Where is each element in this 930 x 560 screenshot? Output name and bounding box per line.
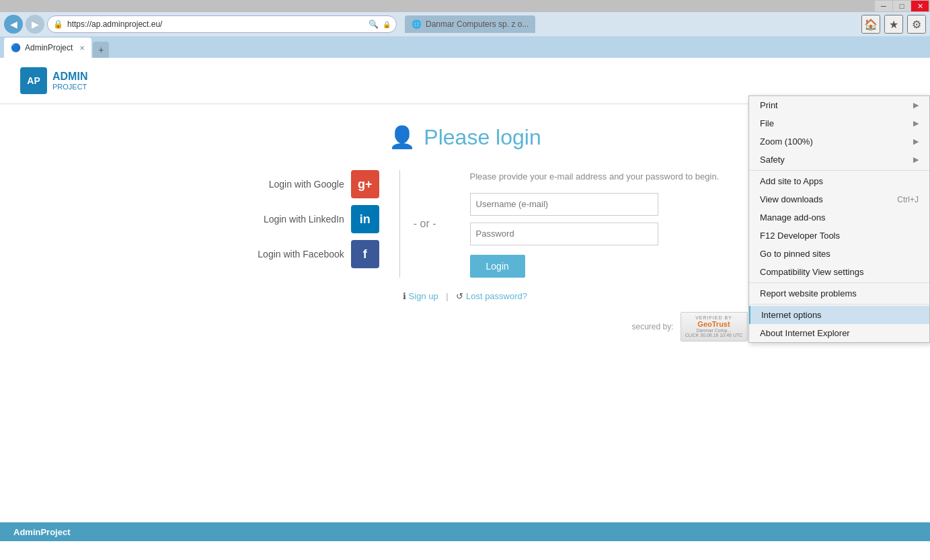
menu-item-label: About Internet Explorer: [760, 328, 850, 338]
menu-item-label: Zoom (100%): [760, 136, 813, 147]
google-label: Login with Google: [269, 179, 344, 190]
menu-item-compatibility-view-settings[interactable]: Compatibility View settings: [749, 263, 929, 281]
link-separator: |: [446, 291, 448, 301]
menu-item-zoom-(100%)[interactable]: Zoom (100%)▶: [749, 132, 929, 151]
menu-item-about-internet-explorer[interactable]: About Internet Explorer: [749, 324, 929, 342]
linkedin-row: Login with LinkedIn in: [264, 205, 379, 233]
menu-item-manage-add-ons[interactable]: Manage add-ons: [749, 208, 929, 227]
address-secure-icon: 🔒: [53, 19, 63, 29]
menu-item-add-site-to-apps[interactable]: Add site to Apps: [749, 172, 929, 190]
login-title: 👤 Please login: [163, 124, 768, 150]
menu-item-go-to-pinned-sites[interactable]: Go to pinned sites: [749, 245, 929, 263]
login-button[interactable]: Login: [470, 255, 525, 278]
menu-item-shortcut: Ctrl+J: [897, 195, 919, 204]
home-button[interactable]: 🏠: [861, 15, 880, 34]
menu-item-f12-developer-tools[interactable]: F12 Developer Tools: [749, 227, 929, 245]
linkedin-label: Login with LinkedIn: [264, 214, 344, 225]
menu-item-print[interactable]: Print▶: [749, 96, 929, 114]
geotrust-date: CLICK 30.06.16 10:46 UTC: [685, 333, 743, 337]
back-button[interactable]: ◀: [4, 15, 23, 34]
settings-button[interactable]: ⚙: [907, 15, 926, 34]
restore-button[interactable]: □: [893, 1, 910, 11]
context-menu: Print▶File▶Zoom (100%)▶Safety▶Add site t…: [748, 95, 930, 343]
geotrust-brand: GeoTrust: [697, 320, 730, 328]
browser-titlebar: ─ □ ✕: [0, 0, 930, 12]
logo-text-admin: ADMIN: [52, 71, 87, 83]
user-icon-title: 👤: [389, 124, 416, 150]
footer-text: AdminProject: [13, 527, 71, 537]
geotrust-sub: Danmar Comp...: [697, 328, 731, 333]
tab-label-1: Danmar Computers sp. z o...: [426, 19, 529, 29]
menu-item-label: Print: [760, 100, 778, 110]
favorites-button[interactable]: ★: [884, 15, 903, 34]
lost-password-icon: ↺: [456, 291, 463, 301]
menu-item-arrow: ▶: [913, 101, 919, 110]
geotrust-verified: VERIFIED BY: [695, 315, 732, 320]
geotrust-badge[interactable]: VERIFIED BY GeoTrust Danmar Comp... CLIC…: [681, 312, 748, 342]
menu-item-label: Go to pinned sites: [760, 249, 830, 259]
social-column: Login with Google g+ Login with LinkedIn…: [211, 170, 399, 278]
menu-item-label: Internet options: [761, 310, 822, 320]
menu-item-label: Add site to Apps: [760, 176, 823, 186]
logo-text-project: PROJECT: [52, 83, 87, 91]
menu-item-label: Compatibility View settings: [760, 267, 863, 277]
search-icon: 🔍: [369, 19, 379, 29]
menu-item-label: View downloads: [760, 194, 823, 204]
menu-item-safety[interactable]: Safety▶: [749, 151, 929, 169]
menu-item-file[interactable]: File▶: [749, 114, 929, 132]
facebook-row: Login with Facebook f: [258, 240, 379, 268]
tab-bar: 🔵 AdminProject ✕ +: [0, 36, 930, 58]
google-row: Login with Google g+: [269, 170, 379, 198]
tab-favicon-2: 🔵: [11, 43, 21, 52]
menu-item-arrow: ▶: [913, 137, 919, 146]
tab-adminproject[interactable]: 🔵 AdminProject ✕: [4, 38, 91, 58]
facebook-login-button[interactable]: f: [351, 240, 379, 268]
menu-item-view-downloads[interactable]: View downloadsCtrl+J: [749, 190, 929, 208]
new-tab-button[interactable]: +: [93, 42, 109, 58]
lost-password-link[interactable]: Lost password?: [466, 291, 527, 301]
menu-divider: [749, 282, 929, 283]
browser-toolbar: ◀ ▶ 🔒 https://ap.adminproject.eu/ 🔍 🔒 🌐 …: [0, 12, 930, 36]
linkedin-login-button[interactable]: in: [351, 205, 379, 233]
logo-icon: AP: [20, 67, 47, 94]
tab-danmar[interactable]: 🌐 Danmar Computers sp. z o...: [405, 15, 535, 33]
menu-item-label: Manage add-ons: [760, 212, 826, 223]
address-text: https://ap.adminproject.eu/: [67, 19, 364, 29]
tab-close-button[interactable]: ✕: [79, 44, 85, 52]
close-button[interactable]: ✕: [911, 1, 929, 11]
logo-abbr: AP: [27, 75, 40, 86]
menu-item-report-website-problems[interactable]: Report website problems: [749, 284, 929, 303]
username-input[interactable]: [470, 193, 658, 216]
login-area: 👤 Please login Login with Google g+ Logi…: [163, 104, 768, 342]
or-text: - or -: [414, 218, 436, 230]
form-description: Please provide your e-mail address and y…: [470, 170, 720, 184]
info-icon: ℹ: [403, 291, 406, 301]
menu-item-label: Safety: [760, 155, 785, 165]
logo-area: AP ADMIN PROJECT: [20, 67, 87, 94]
site-footer: AdminProject: [0, 522, 930, 541]
tab-label-2: AdminProject: [25, 43, 73, 52]
tab-favicon-1: 🌐: [412, 19, 422, 29]
secured-row: secured by: VERIFIED BY GeoTrust Danmar …: [163, 312, 768, 342]
login-links: ℹ Sign up | ↺ Lost password?: [163, 291, 768, 301]
menu-divider: [749, 170, 929, 171]
password-input[interactable]: [470, 223, 658, 245]
form-column: Please provide your e-mail address and y…: [450, 170, 720, 278]
lock-icon: 🔒: [383, 21, 391, 28]
or-divider: - or -: [399, 170, 450, 278]
forward-button[interactable]: ▶: [26, 15, 44, 34]
login-columns: Login with Google g+ Login with LinkedIn…: [163, 170, 768, 278]
menu-item-arrow: ▶: [913, 119, 919, 128]
address-bar[interactable]: 🔒 https://ap.adminproject.eu/ 🔍 🔒: [47, 15, 397, 33]
minimize-button[interactable]: ─: [875, 1, 892, 11]
sign-up-link[interactable]: Sign up: [409, 291, 438, 301]
menu-item-internet-options[interactable]: Internet options: [749, 306, 929, 324]
facebook-label: Login with Facebook: [258, 249, 344, 259]
login-title-text: Please login: [424, 125, 541, 150]
google-login-button[interactable]: g+: [351, 170, 379, 198]
menu-item-label: Report website problems: [760, 288, 857, 298]
page-content: AP ADMIN PROJECT 👤 Please login Login wi…: [0, 58, 930, 541]
menu-item-label: F12 Developer Tools: [760, 231, 840, 241]
menu-item-label: File: [760, 118, 774, 128]
secured-by-label: secured by:: [631, 322, 673, 331]
